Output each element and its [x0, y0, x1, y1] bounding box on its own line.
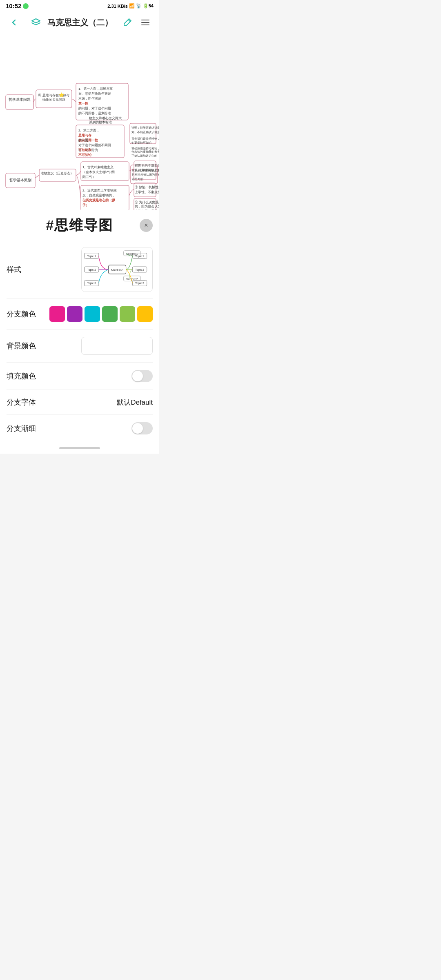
branch-color-label: 分支颜色	[7, 309, 36, 319]
svg-text:1、第一方面，思维与存: 1、第一方面，思维与存	[78, 87, 113, 91]
menu-icon[interactable]	[138, 15, 153, 30]
back-button[interactable]	[7, 15, 21, 30]
taper-toggle[interactable]	[131, 422, 153, 434]
svg-text:Topic 3: Topic 3	[135, 282, 144, 285]
svg-text:本源，即何者是: 本源，即何者是	[78, 97, 101, 100]
svg-text:上学性、不彻底性: 上学性、不彻底性	[135, 190, 159, 194]
svg-text:只有尚未被认识的事物？这句: 只有尚未被认识的事物？这句	[132, 173, 159, 176]
svg-text:首先我们是坚持唯物，其次我: 首先我们是坚持唯物，其次我	[131, 137, 159, 140]
svg-text:的不同回答，是划分唯: 的不同回答，是划分唯	[78, 111, 111, 115]
svg-text:我们应该坚持可知论，对于任: 我们应该坚持可知论，对于任	[131, 147, 159, 150]
battery: 🔋54	[143, 3, 154, 9]
status-right: 2.31 KB/s 📶 📡 🔋54	[107, 3, 154, 9]
svg-text:义：自然观是唯物的，: 义：自然观是唯物的，	[82, 194, 115, 197]
svg-text:2、第二方面，: 2、第二方面，	[78, 129, 100, 132]
svg-text:在、意识与物质何者是: 在、意识与物质何者是	[78, 92, 111, 96]
svg-text:⭐: ⭐	[59, 92, 65, 98]
branch-color-row: 分支颜色	[7, 299, 153, 330]
svg-text:们要坚持可知论: 们要坚持可知论	[131, 141, 151, 144]
svg-text:说明：能够正确认识是可: 说明：能够正确认识是可	[131, 126, 159, 129]
fill-color-row: 填充颜色	[7, 363, 153, 390]
style-preview-box[interactable]: MindLine Topic 1 Topic 2 Topic 3 Topic 1…	[81, 247, 153, 292]
taper-label: 分支渐细	[7, 423, 36, 433]
signal-icon: 📶	[129, 3, 135, 9]
svg-text:但历史观是唯心的（原: 但历史观是唯心的（原	[82, 198, 116, 202]
status-time: 10:52	[6, 2, 21, 9]
fill-color-label: 填充颜色	[7, 371, 36, 381]
mindmap-area[interactable]: 哲学基本问题 即 思维与存在/意识与 物质的关系问题 ⭐ 1、第一方面，思维与存…	[0, 34, 159, 210]
close-button[interactable]: ×	[140, 219, 153, 232]
taper-row: 分支渐细	[7, 415, 153, 442]
page-title: 马克思主义（二）	[47, 17, 113, 28]
svg-text:第一性: 第一性	[78, 102, 89, 105]
svg-text:Topic 2: Topic 2	[87, 268, 96, 272]
svg-text:哲学基本派别: 哲学基本派别	[9, 178, 31, 182]
close-icon: ×	[144, 222, 148, 229]
green-dot-icon	[23, 3, 29, 9]
settings-section: 样式 MindLine Topic 1 Topic 2 Topic 3 Topi…	[0, 241, 159, 442]
svg-text:唯物主义（历史形态）: 唯物主义（历史形态）	[41, 172, 74, 175]
hashtag-overlay: #思维导图 ×	[0, 210, 159, 241]
svg-text:1、古代朴素唯物主义: 1、古代朴素唯物主义	[82, 165, 114, 169]
svg-text:几种具体的物质形态: 几种具体的物质形态	[135, 169, 159, 172]
svg-text:② 为什么说史观是唯心: ② 为什么说史观是唯心	[135, 200, 159, 204]
bg-color-input[interactable]	[81, 337, 153, 355]
svg-text:物质的关系问题: 物质的关系问题	[42, 98, 65, 102]
svg-text:2、近代形而上学唯物主: 2、近代形而上学唯物主	[82, 189, 117, 192]
layers-icon[interactable]	[29, 15, 43, 30]
style-label: 样式	[7, 265, 21, 274]
svg-text:不可知论: 不可知论	[78, 153, 92, 157]
svg-text:对于这个问题的不同回: 对于这个问题的不同回	[78, 143, 111, 147]
swatch-yellow[interactable]	[137, 306, 153, 322]
svg-text:即 思维与存在/意识与: 即 思维与存在/意识与	[38, 94, 69, 97]
svg-text:子）: 子）	[82, 203, 89, 207]
toggle-thumb	[132, 371, 143, 381]
wifi-icon: 📡	[136, 3, 142, 9]
color-swatches	[49, 306, 153, 322]
svg-text:Topic 1: Topic 1	[135, 255, 144, 258]
status-left: 10:52	[6, 2, 29, 9]
svg-text:派别的根本标准: 派别的根本标准	[89, 120, 112, 124]
swatch-purple[interactable]	[67, 306, 82, 322]
swatch-lightgreen[interactable]	[120, 306, 135, 322]
svg-text:阳二气）: 阳二气）	[82, 175, 96, 179]
style-row: 样式 MindLine Topic 1 Topic 2 Topic 3 Topi…	[7, 241, 153, 299]
font-row: 分支字体 默认Default	[7, 390, 153, 415]
hashtag-text: #思维导图	[46, 216, 114, 235]
nav-center: 马克思主义（二）	[29, 15, 113, 30]
svg-text:可知论和: 可知论和	[78, 148, 91, 152]
svg-text:MindLine: MindLine	[111, 268, 123, 272]
home-indicator	[59, 447, 100, 449]
bg-color-label: 背景颜色	[7, 341, 36, 351]
font-label: 分支字体	[7, 397, 36, 407]
taper-toggle-thumb	[132, 423, 143, 434]
swatch-cyan[interactable]	[85, 306, 100, 322]
bg-color-row: 背景颜色	[7, 330, 153, 363]
svg-text:的问题，对于这个问题: 的问题，对于这个问题	[78, 107, 111, 110]
svg-text:正确认识和认识它的: 正确认识和认识它的	[131, 154, 157, 158]
svg-text:话是对的: 话是对的	[132, 178, 143, 181]
font-value[interactable]: 默认Default	[117, 398, 153, 407]
svg-text:哲学基本问题: 哲学基本问题	[9, 98, 31, 102]
svg-text:① 缺陷：机械性、形而: ① 缺陷：机械性、形而	[135, 185, 159, 189]
svg-text:何未知的事物我们都有办法去: 何未知的事物我们都有办法去	[131, 150, 159, 153]
svg-text:Topic 1: Topic 1	[87, 255, 96, 258]
svg-text:把世界的本源归结为一种或: 把世界的本源归结为一种或	[135, 164, 159, 167]
svg-text:物主义和唯心主义两大: 物主义和唯心主义两大	[89, 116, 122, 120]
network-speed: 2.31 KB/s	[107, 4, 128, 9]
svg-text:知，不能正确认识就是不可知: 知，不能正确认识就是不可知	[131, 131, 159, 134]
fill-color-toggle[interactable]	[131, 370, 153, 382]
brush-icon[interactable]	[120, 15, 135, 30]
svg-text:的问题，: 的问题，	[78, 138, 91, 142]
svg-text:的，因为他会认为人类社会: 的，因为他会认为人类社会	[135, 205, 159, 208]
swatch-green[interactable]	[102, 306, 118, 322]
top-nav: 马克思主义（二）	[0, 12, 159, 34]
swatch-pink[interactable]	[49, 306, 65, 322]
svg-text:Topic 3: Topic 3	[87, 282, 96, 285]
status-bar: 10:52 2.31 KB/s 📶 📡 🔋54	[0, 0, 159, 12]
svg-text:Subject 2: Subject 2	[126, 278, 138, 281]
svg-text:（金木水火土/形/气/阴: （金木水火土/形/气/阴	[82, 170, 115, 174]
svg-text:思维与存: 思维与存	[78, 133, 91, 137]
svg-text:Topic 2: Topic 2	[135, 268, 144, 272]
bottom-bar	[0, 442, 159, 454]
